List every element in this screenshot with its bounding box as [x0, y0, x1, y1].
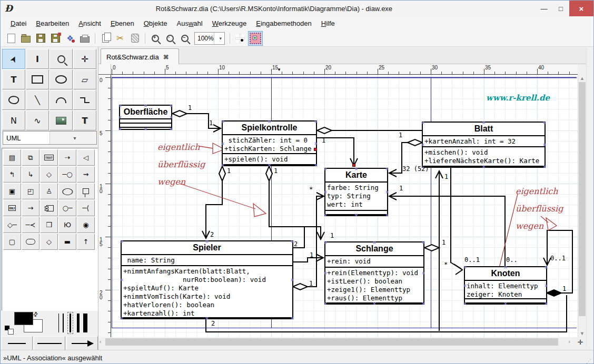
uml-message-arrow-icon[interactable]: →: [22, 200, 39, 216]
uml-component-icon[interactable]: [40, 200, 58, 216]
minimize-button[interactable]: —: [536, 3, 552, 14]
line-width-option[interactable]: [58, 314, 59, 332]
arc-tool[interactable]: [49, 90, 73, 110]
scroll-tool[interactable]: ✛: [73, 49, 96, 69]
outline-tool[interactable]: T: [73, 110, 96, 130]
line-width-option[interactable]: [77, 314, 80, 332]
polyline-tool[interactable]: N: [2, 110, 25, 130]
close-button[interactable]: ×: [569, 1, 593, 16]
horizontal-scrollbar[interactable]: ‹ ›: [98, 338, 572, 347]
line-width-option[interactable]: [83, 314, 87, 332]
vertical-scrollbar[interactable]: ▲ ▼: [578, 75, 586, 337]
print-icon[interactable]: [78, 32, 92, 45]
menu-ebenen[interactable]: Ebenen: [106, 18, 139, 29]
selection-handle[interactable]: [352, 164, 355, 167]
class-karte[interactable]: Kartefarbe: Stringtyp: Stringwert: int××…: [324, 168, 388, 216]
zigzagline-tool[interactable]: [73, 90, 96, 110]
save-as-icon[interactable]: [48, 32, 62, 45]
scroll-left-icon[interactable]: ‹: [100, 338, 102, 345]
pan-tool-icon[interactable]: ✛: [575, 338, 586, 347]
uml-fork-icon[interactable]: ─≺: [22, 217, 39, 233]
image-tool[interactable]: [49, 110, 73, 130]
line-tool[interactable]: ╲: [26, 90, 49, 110]
line-style-button[interactable]: [34, 336, 65, 351]
uml-class-template-icon[interactable]: ⧉: [22, 149, 39, 166]
ellipse-tool[interactable]: [49, 69, 73, 89]
class-spieler[interactable]: Spieler name: String+nimmtAnfangsKarten(…: [121, 240, 293, 319]
uml-terminal-icon[interactable]: ◉: [77, 217, 95, 233]
uml-object-icon[interactable]: OBJ: [3, 200, 21, 216]
maximize-button[interactable]: □: [552, 3, 569, 14]
uml-stadium-icon[interactable]: [22, 234, 39, 250]
class-knoten[interactable]: Knoteninhalt: Elementtypzeiger: Knoten××…: [464, 266, 547, 305]
arrow-end-style-button[interactable]: [66, 336, 98, 351]
uml-note-icon[interactable]: TEXT: [40, 149, 58, 166]
uml-assoc-end-icon[interactable]: ─○: [58, 166, 76, 183]
grid-snap-icon[interactable]: [233, 32, 247, 45]
class-oberfläche[interactable]: Oberfläche××××××××: [119, 105, 172, 130]
tab-close-icon[interactable]: ✖: [163, 53, 169, 61]
uml-lifeline-icon[interactable]: [77, 183, 95, 199]
color-selector[interactable]: ⇄: [1, 311, 49, 335]
menu-bearbeiten[interactable]: Bearbeiten: [31, 18, 74, 29]
scroll-up-icon[interactable]: ▲: [578, 76, 586, 81]
diagram-canvas[interactable]: www.r-krell.de Oberfläche××××××××Spielko…: [111, 75, 578, 337]
resize-grip[interactable]: ⋰: [586, 358, 591, 364]
uml-transition-icon[interactable]: ↑: [77, 234, 95, 250]
uml-aggregation-icon[interactable]: ◇: [40, 166, 58, 183]
uml-node-icon[interactable]: ❒: [40, 217, 58, 233]
uml-association-icon[interactable]: ↳: [22, 166, 39, 183]
uml-required-interface-icon[interactable]: ─⟨: [77, 200, 95, 216]
sheet-selector[interactable]: UML ▾: [3, 131, 97, 145]
zoom-fit-icon[interactable]: ▫: [163, 32, 177, 45]
line-width-selector[interactable]: [58, 311, 87, 335]
text-tool[interactable]: T: [2, 69, 25, 89]
class-blatt[interactable]: Blatt+kartenAnzahl: int = 32+mischen(): …: [422, 122, 546, 168]
copy-icon[interactable]: [98, 32, 112, 45]
box-tool[interactable]: [26, 69, 49, 89]
line-start-style-button[interactable]: [1, 336, 33, 351]
paste-icon[interactable]: [128, 32, 142, 45]
uml-provided-interface-icon[interactable]: ○─: [58, 200, 76, 216]
class-schlange[interactable]: Schlange+rein: void+rein(Elementtyp): vo…: [324, 241, 424, 305]
uml-small-package-icon[interactable]: ▣: [3, 183, 21, 199]
new-file-icon[interactable]: [4, 32, 18, 45]
uml-decision-icon[interactable]: ◇: [40, 234, 58, 250]
line-width-selected[interactable]: [67, 312, 73, 334]
uml-actor-icon[interactable]: ♙: [40, 183, 58, 199]
chevron-down-icon[interactable]: ▾: [49, 132, 96, 144]
scroll-down-icon[interactable]: ▼: [578, 331, 586, 336]
menu-hilfe[interactable]: Hilfe: [316, 18, 340, 29]
cut-icon[interactable]: ✂: [113, 32, 127, 45]
line-width-option[interactable]: [63, 314, 64, 332]
magnify-tool[interactable]: [49, 49, 73, 69]
vertical-scroll-thumb[interactable]: [579, 82, 586, 316]
polygon-tool[interactable]: ▱: [73, 69, 96, 89]
uml-aggregation-line-icon[interactable]: ◇─: [3, 217, 21, 233]
foreground-color-swatch[interactable]: [14, 312, 33, 325]
open-icon[interactable]: [19, 32, 33, 45]
uml-message-icon[interactable]: ⇝: [77, 166, 95, 183]
default-colors-icon[interactable]: [5, 326, 13, 334]
chevron-down-icon[interactable]: ▾: [214, 33, 224, 44]
menu-ansicht[interactable]: Ansicht: [74, 18, 106, 29]
pointer-tool[interactable]: ➤: [2, 49, 25, 69]
zoom-level-combo[interactable]: 100% ▾: [194, 32, 225, 45]
menu-datei[interactable]: Datei: [6, 18, 31, 29]
tab-rotschwarz[interactable]: Rot&Schwarz.dia ✖: [101, 48, 179, 65]
scroll-right-icon[interactable]: ›: [568, 338, 570, 345]
uml-package-icon[interactable]: ◰: [22, 183, 39, 199]
uml-port-icon[interactable]: Ю: [58, 217, 76, 233]
uml-usecase-icon[interactable]: ◯: [58, 183, 76, 199]
menu-werkzeuge[interactable]: Werkzeuge: [207, 18, 252, 29]
bezierline-tool[interactable]: ∿: [26, 110, 49, 130]
connection-points-icon[interactable]: [248, 31, 263, 46]
uml-class-icon[interactable]: ▤: [3, 149, 21, 166]
save-icon[interactable]: [34, 32, 47, 45]
class-spielkontrolle[interactable]: Spielkontrolle stichZähler: int = 0+tisc…: [222, 120, 317, 166]
uml-realization-icon[interactable]: ◁: [77, 149, 95, 166]
zoom-in-icon[interactable]: +: [148, 32, 162, 45]
export-icon[interactable]: ❖: [63, 32, 77, 45]
uml-dependency-icon[interactable]: ⇢: [58, 149, 76, 166]
zoom-out-icon[interactable]: −: [178, 32, 192, 45]
